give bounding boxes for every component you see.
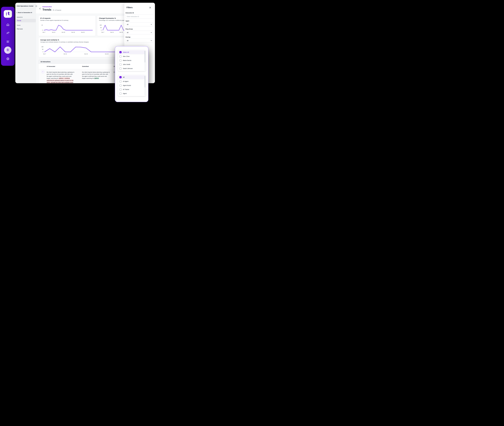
green-highlight: options. — [94, 78, 99, 79]
workflow-icon — [6, 40, 10, 43]
home-icon — [6, 23, 10, 26]
svg-text:10: 10 — [42, 24, 43, 26]
sparkle-icon — [53, 9, 54, 11]
card-title: Nº of requests — [40, 17, 50, 19]
checkbox-unchecked-icon[interactable] — [119, 85, 122, 86]
checkbox-unchecked-icon[interactable] — [119, 92, 122, 95]
rail-item-ai-active[interactable] — [4, 47, 11, 54]
nav-section-observe: OBSERVE — [17, 17, 23, 18]
checkbox-checked-icon[interactable] — [119, 51, 122, 53]
checkbox-label: Agent Assist — [123, 85, 131, 86]
row-collapse-button[interactable] — [41, 70, 44, 73]
talkdesk-logo[interactable]: t — [4, 10, 12, 18]
screen: t — [0, 0, 158, 106]
checkbox-unchecked-icon[interactable] — [119, 59, 122, 62]
svg-text:Oct 11: Oct 11 — [64, 53, 67, 55]
checkbox-checked-icon[interactable] — [119, 76, 122, 78]
checkbox-unchecked-icon[interactable] — [119, 67, 122, 70]
svg-text:50: 50 — [42, 49, 43, 50]
interaction-id-label: Interaction ID — [126, 12, 134, 14]
agent-filter-label: Agent — [126, 20, 129, 22]
logo-t-glyph: t — [8, 11, 10, 16]
checkbox-unchecked-icon[interactable] — [119, 55, 122, 57]
back-to-generative-ai[interactable]: Back to Generative AI — [16, 12, 32, 13]
rail-item-home[interactable] — [1, 23, 15, 26]
rail-item-workflow[interactable] — [1, 40, 15, 43]
column-ai-generated: AI Generated — [47, 66, 55, 67]
overlap-select-value: All — [127, 40, 128, 42]
cell-ai-generated: the client inquired about planning a get… — [47, 71, 77, 83]
back-label: Back to Generative AI — [18, 12, 32, 13]
nav-collapse-button[interactable] — [35, 5, 37, 7]
chevron-down-icon — [151, 40, 152, 41]
checkbox-item-john-smith[interactable]: John Smith — [118, 63, 146, 66]
ai-powered-label: AI Powered — [55, 9, 61, 11]
rail-item-agents[interactable] — [1, 31, 15, 35]
agents-icon — [6, 31, 10, 35]
checkbox-item-maria-garcia[interactable]: Maria Garcia — [118, 58, 146, 63]
scrollbar-thumb[interactable] — [145, 51, 145, 63]
svg-text:Oct 11: Oct 11 — [110, 32, 114, 33]
svg-text:Oct 7: Oct 7 — [42, 32, 45, 33]
agent-select[interactable]: All — [126, 23, 153, 26]
checkbox-item-alex-chen[interactable]: Alex Chen — [118, 54, 146, 58]
breadcrumb[interactable]: Summarization — [42, 6, 52, 7]
checkbox-item-ai-agent[interactable]: AI Agent — [118, 79, 146, 83]
workspace-title: CXA Operations Center — [17, 5, 34, 7]
svg-text:Oct 15: Oct 15 — [62, 32, 65, 33]
checkbox-item-agent-assist[interactable]: Agent Assist — [118, 83, 146, 87]
checkbox-item-agent[interactable]: Agent — [118, 92, 146, 95]
agent-checkbox-list: Select AllAlex ChenMaria GarciaJohn Smit… — [118, 50, 146, 71]
svg-text:Oct 7: Oct 7 — [101, 32, 104, 33]
svg-text:Oct 19: Oct 19 — [71, 32, 75, 33]
filters-title: Filters — [126, 6, 133, 9]
checkbox-unchecked-icon[interactable] — [119, 88, 122, 91]
checkbox-label: AI Trainer — [123, 89, 129, 90]
checkbox-item-sarah-johnson[interactable]: Sarah Johnson — [118, 66, 146, 71]
card-title: Average word similarity % — [40, 39, 59, 41]
checkbox-item-select-all[interactable]: Select All — [119, 50, 145, 54]
overlap-filter-label: Overlap — [126, 36, 130, 38]
collapse-left-icon — [35, 6, 37, 7]
checkbox-unchecked-icon[interactable] — [119, 80, 122, 83]
overlap-select[interactable]: All — [126, 39, 153, 43]
interactions-count: 32 Interactions — [41, 61, 50, 63]
checkbox-label: AI Agent — [123, 81, 128, 82]
checkbox-item-all[interactable]: All — [119, 75, 145, 79]
svg-text:100: 100 — [42, 46, 43, 47]
close-icon — [149, 7, 151, 8]
column-submitted: Submitted — [82, 66, 89, 67]
page-back-button[interactable] — [39, 8, 41, 9]
interaction-id-input[interactable] — [126, 14, 154, 18]
filters-close-button[interactable] — [149, 7, 151, 8]
card-title: Changed Summaries % — [99, 17, 116, 19]
scrollbar-track[interactable] — [145, 76, 145, 95]
ring-group-select[interactable]: All — [126, 31, 153, 34]
scrollbar-thumb[interactable] — [145, 76, 145, 87]
nav-item-fine-tune[interactable]: Fine tune — [17, 28, 23, 30]
checkbox-label: Alex Chen — [123, 56, 130, 57]
svg-text:Oct 7: Oct 7 — [43, 53, 46, 55]
agent-select-value: All — [127, 24, 128, 25]
chevron-up-icon — [42, 71, 44, 73]
checkbox-label: Agent — [123, 93, 127, 94]
ai-brain-icon — [6, 48, 10, 52]
checkbox-unchecked-icon[interactable] — [119, 64, 122, 65]
svg-text:Oct 19: Oct 19 — [105, 53, 108, 55]
chevron-down-icon — [151, 24, 152, 25]
svg-text:50: 50 — [100, 27, 102, 28]
svg-text:100: 100 — [100, 24, 102, 26]
ring-group-select-value: All — [127, 32, 128, 33]
chevron-left-icon — [39, 8, 41, 9]
requests-line-chart: 100Oct 7Oct 11Oct 15Oct 19Oct 23 — [39, 22, 95, 35]
rail-item-settings[interactable] — [1, 57, 15, 61]
chevron-left-icon — [16, 12, 17, 13]
svg-text:0: 0 — [43, 51, 43, 52]
scrollbar-track[interactable] — [145, 50, 145, 71]
checkbox-item-ai-trainer[interactable]: AI Trainer — [118, 87, 146, 92]
app-rail: t — [1, 7, 15, 66]
checkbox-label: John Smith — [123, 64, 130, 65]
filter-options-popover: Select AllAlex ChenMaria GarciaJohn Smit… — [115, 46, 148, 102]
nav-item-trends[interactable]: Trends — [16, 19, 36, 22]
svg-text:0: 0 — [101, 29, 102, 31]
